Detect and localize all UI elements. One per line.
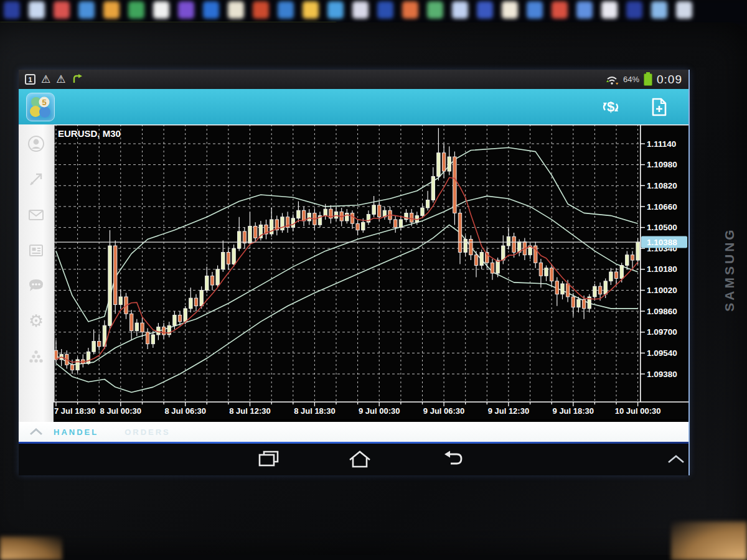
android-status-bar: 1 ⚠ ⚠ 64% 0:09: [19, 70, 688, 89]
svg-text:1.10020: 1.10020: [647, 286, 677, 295]
blurred-app-icon: [527, 1, 543, 19]
device-brand-logo: SAMSUNG: [716, 210, 743, 329]
background-monitor-strip: [0, 0, 747, 24]
news-icon[interactable]: [27, 241, 45, 259]
blurred-app-icon: [352, 1, 369, 19]
metatrader-logo[interactable]: 5: [26, 93, 55, 121]
warning-icon[interactable]: ⚠: [56, 74, 65, 85]
chevron-up-icon[interactable]: [665, 452, 687, 466]
currency-exchange-icon[interactable]: $: [600, 96, 621, 118]
calendar-event-icon[interactable]: 1: [25, 74, 35, 85]
recent-apps-icon[interactable]: [256, 449, 281, 469]
blurred-app-icon: [78, 1, 95, 19]
svg-text:10 Jul 00:30: 10 Jul 00:30: [615, 406, 661, 416]
svg-text:1.10500: 1.10500: [647, 223, 677, 232]
chat-icon[interactable]: [27, 276, 45, 295]
svg-text:9 Jul 18:30: 9 Jul 18:30: [553, 406, 594, 416]
blurred-app-icon: [303, 1, 319, 19]
blurred-app-icon: [278, 1, 294, 19]
blurred-app-icon: [103, 1, 120, 19]
main-content: ⚙ 1.111401.109801.108201.106601.105001.1…: [19, 124, 688, 422]
blurred-app-icon: [452, 1, 468, 19]
svg-text:1.10820: 1.10820: [647, 181, 677, 190]
blurred-app-icon: [228, 1, 244, 19]
wifi-transfer-icon: [605, 73, 619, 86]
blurred-app-icon: [4, 1, 20, 19]
settings-gear-icon[interactable]: ⚙: [27, 312, 45, 330]
sync-arrow-icon[interactable]: [72, 73, 84, 86]
svg-text:1.09380: 1.09380: [647, 370, 677, 379]
blurred-app-icon: [427, 1, 443, 19]
blurred-app-icon: [377, 1, 393, 19]
svg-text:1.10180: 1.10180: [647, 264, 677, 274]
back-icon[interactable]: [441, 449, 466, 469]
blurred-app-icon: [253, 1, 269, 19]
desk-surface-left: [0, 536, 62, 560]
account-icon[interactable]: [27, 134, 45, 153]
svg-text:9 Jul 12:30: 9 Jul 12:30: [488, 406, 530, 416]
tab-trade[interactable]: HANDEL: [54, 427, 98, 437]
svg-text:8 Jul 18:30: 8 Jul 18:30: [294, 406, 336, 416]
svg-text:1.10388: 1.10388: [647, 238, 677, 247]
svg-text:8 Jul 12:30: 8 Jul 12:30: [229, 406, 271, 416]
blurred-app-icon: [327, 1, 344, 19]
svg-text:1.09860: 1.09860: [647, 307, 677, 316]
svg-text:7 Jul 18:30: 7 Jul 18:30: [54, 406, 96, 416]
svg-text:1.11140: 1.11140: [647, 139, 676, 149]
blurred-app-icon: [502, 1, 518, 19]
app-toolbar: 5 $: [19, 89, 688, 124]
new-order-icon[interactable]: [649, 96, 670, 118]
warning-icon[interactable]: ⚠: [41, 74, 50, 85]
svg-text:9 Jul 06:30: 9 Jul 06:30: [423, 406, 465, 416]
bottom-tab-bar: HANDEL ORDERS: [19, 422, 688, 442]
svg-text:5: 5: [42, 97, 46, 106]
blurred-app-icon: [402, 1, 418, 19]
svg-text:1.09540: 1.09540: [647, 348, 677, 358]
mail-icon[interactable]: [27, 205, 45, 224]
blurred-app-icon: [676, 1, 692, 19]
blurred-app-icon: [153, 1, 169, 19]
svg-text:8 Jul 06:30: 8 Jul 06:30: [164, 406, 206, 416]
blurred-app-icon: [203, 1, 219, 19]
desk-surface-right: [671, 521, 747, 560]
svg-text:$: $: [607, 99, 614, 114]
svg-text:1.09700: 1.09700: [647, 327, 677, 337]
android-nav-bar: [19, 444, 688, 475]
battery-icon: [644, 73, 652, 86]
chevron-up-icon[interactable]: [19, 427, 54, 436]
sidebar-menu: ⚙: [19, 124, 54, 422]
price-chart[interactable]: 1.111401.109801.108201.106601.105001.103…: [54, 124, 688, 419]
tab-orders[interactable]: ORDERS: [125, 427, 171, 437]
blurred-app-icon: [651, 1, 667, 19]
blurred-app-icon: [552, 1, 568, 19]
photo-scene: SAMSUNG 1 ⚠ ⚠ 64%: [0, 0, 747, 560]
battery-percent-label: 64%: [623, 75, 639, 84]
blurred-app-icon: [54, 1, 70, 19]
blurred-app-icon: [576, 1, 593, 19]
home-icon[interactable]: [347, 449, 372, 469]
svg-text:1.10660: 1.10660: [647, 202, 677, 212]
svg-text:EURUSD, M30: EURUSD, M30: [58, 128, 121, 139]
svg-text:9 Jul 00:30: 9 Jul 00:30: [359, 406, 400, 416]
blurred-app-icon: [477, 1, 493, 19]
clock-label: 0:09: [657, 73, 682, 86]
blurred-app-icon: [601, 1, 618, 19]
blurred-app-icon: [178, 1, 194, 19]
mql5-community-icon[interactable]: [27, 347, 45, 366]
blurred-app-icon: [626, 1, 642, 19]
blurred-app-icon: [29, 1, 45, 19]
trade-arrow-icon[interactable]: [27, 170, 45, 189]
tablet-screen: 1 ⚠ ⚠ 64% 0:09: [19, 70, 690, 475]
svg-text:1.10980: 1.10980: [647, 160, 677, 169]
blurred-app-icon: [128, 1, 144, 19]
svg-text:8 Jul 00:30: 8 Jul 00:30: [100, 406, 142, 416]
